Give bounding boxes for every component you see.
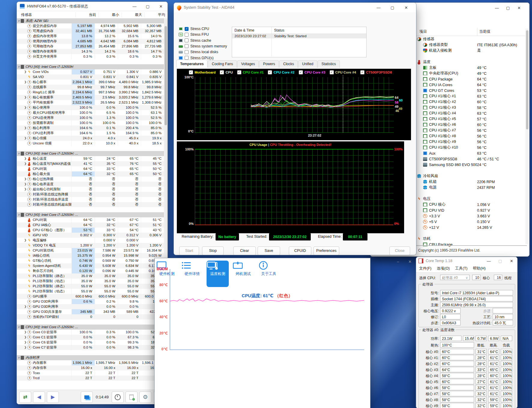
tab-unified[interactable]: Unified bbox=[298, 60, 317, 68]
sensor-row[interactable]: ❯Core C6 驻留率0.0 %0.0 %99.3 %18.3 % bbox=[17, 340, 164, 345]
expander-icon[interactable]: ❯ bbox=[23, 187, 27, 192]
tab-temperatures[interactable]: Temperatures bbox=[176, 60, 207, 67]
background-window-close-icon[interactable]: ✕ bbox=[408, 259, 412, 264]
sensor-row[interactable]: 使用的物理内存4,685 MB4,642 MB6,084 MB4,812 MB bbox=[17, 39, 164, 44]
expander-icon[interactable]: ❯ bbox=[23, 156, 27, 161]
stop-button[interactable]: Stop bbox=[202, 246, 224, 255]
column-header-status[interactable]: Status bbox=[272, 27, 366, 34]
legend-item[interactable]: ✓CPU Core #3 bbox=[299, 70, 325, 74]
remote-monitor-button[interactable] bbox=[81, 391, 93, 403]
sensor-row[interactable]: ❯Core C1 驻留率0.0 %0.0 %67.3 %6.7 % bbox=[17, 335, 164, 340]
sensor-row[interactable]: ❯Core C0 驻留率100.0 %0.3 %100.0 %52.8 % bbox=[17, 330, 164, 335]
checkbox[interactable] bbox=[185, 56, 189, 60]
status-row-empty[interactable] bbox=[232, 43, 366, 47]
expander-icon[interactable]: ∨ bbox=[17, 325, 21, 330]
maximize-button[interactable]: ▢ bbox=[141, 2, 154, 11]
status-row-empty[interactable] bbox=[232, 52, 366, 56]
column-header-max[interactable]: 最大 bbox=[122, 12, 145, 17]
sensor-row[interactable]: ϟiGPU VID0.302 V0.300 V0.312 V0.306 V bbox=[17, 233, 164, 238]
column-header-datetime[interactable]: Date & Time bbox=[232, 27, 272, 34]
stress-option-stress-cpu[interactable]: Stress CPU bbox=[179, 26, 209, 32]
sensor-row[interactable]: GPU频率600.0 MHz600.0 MHz600.0 MHz600.0 MH… bbox=[17, 294, 164, 299]
start-button[interactable]: Start bbox=[179, 246, 199, 255]
report-button[interactable]: + bbox=[125, 391, 138, 403]
sensor-row[interactable]: ❯核心温度59 °C24 °C65 °C45 °C bbox=[17, 156, 164, 161]
column-header-current[interactable]: 当前 bbox=[75, 12, 98, 17]
sensor-row[interactable]: 封装/环形总线过热降频否否否否 bbox=[17, 192, 164, 197]
sensor-row[interactable]: GPU D3D利用率0.6 %0.2 %9.8 %1.5 % bbox=[17, 299, 164, 304]
menu-工具(T)[interactable]: 工具(T) bbox=[455, 266, 467, 271]
sensor-row[interactable]: ❯ϟ电压偏移0.000 V0.000 V bbox=[17, 238, 164, 243]
expander-icon[interactable]: ❯ bbox=[23, 345, 27, 350]
close-button[interactable]: ✕ bbox=[512, 3, 526, 13]
close-button[interactable]: ✕ bbox=[154, 2, 168, 11]
stress-option-stress-local-disks[interactable]: Stress local disks bbox=[179, 49, 218, 55]
minimize-button[interactable]: — bbox=[128, 2, 141, 11]
sensor-row[interactable]: Ring/LLC 频率2,194.6 MHz997.3 MHz3,990.2 M… bbox=[17, 90, 164, 95]
legend-item[interactable]: ✓CPU Core #1 bbox=[237, 70, 264, 74]
clear-button[interactable]: Clear bbox=[233, 246, 256, 255]
sensor-row[interactable]: 可用虚拟内存32,461 MB31,756 MB32,684 MB32,357 … bbox=[17, 29, 164, 34]
sensor-row[interactable]: CPU总使用率100.0 %1.3 %100.0 %52.5 % bbox=[17, 115, 164, 120]
status-row-empty[interactable] bbox=[232, 38, 366, 43]
sensor-row[interactable]: ❯超出核心功耗限制否否否否 bbox=[17, 187, 164, 192]
legend-checkbox[interactable]: ✓ bbox=[220, 70, 224, 74]
scrollbar-thumb[interactable] bbox=[526, 30, 528, 129]
tab-cooling-fans[interactable]: Cooling Fans bbox=[208, 60, 237, 68]
column-header-item[interactable]: 项目 bbox=[419, 29, 427, 34]
sensor-row[interactable]: 按需频率调制100.0 %100.0 %100.0 %100.0 % bbox=[17, 120, 164, 125]
expander-icon[interactable]: ❯ bbox=[23, 125, 27, 131]
sensor-row[interactable]: ϟSA VID0.831 V0.831 V0.841 V0.835 V bbox=[17, 74, 164, 80]
back-button[interactable]: ◀ bbox=[33, 391, 45, 403]
settings-button[interactable]: ⚙ bbox=[139, 391, 151, 403]
expander-icon[interactable]: ❯ bbox=[23, 80, 27, 85]
sensor-row[interactable]: 可用物理内存27,853 MB26,454 MB27,896 MB27,726 … bbox=[17, 44, 164, 49]
sensor-row[interactable]: 最大CPU/线程使用率100.0 %6.5 %100.0 %63.1 % bbox=[17, 110, 164, 115]
sensor-row[interactable]: ❯核心使用率100.0 %0.0 %100.0 %52.5 % bbox=[17, 105, 164, 110]
sensor-row[interactable]: ❯Core C7 驻留率0.0 %0.0 %98.3 %32.2 % bbox=[17, 345, 164, 350]
sensor-row[interactable]: CPU GT核心（图形）53 °C33 °C54 °C43 °C bbox=[17, 228, 164, 233]
minimize-button[interactable]: — bbox=[372, 3, 385, 12]
expander-icon[interactable]: ❯ bbox=[23, 182, 27, 187]
legend-checkbox[interactable]: ✓ bbox=[360, 70, 364, 74]
tab-clocks[interactable]: Clocks bbox=[279, 60, 298, 68]
sensor-section-row[interactable]: ∨CPU [#0]: Intel Core i7-12650H: ... bbox=[17, 151, 164, 156]
close-button[interactable]: Close bbox=[389, 246, 410, 255]
checkbox[interactable] bbox=[185, 33, 189, 37]
close-button[interactable]: ✕ bbox=[506, 257, 517, 265]
legend-checkbox[interactable]: ✓ bbox=[237, 70, 241, 74]
maximize-button[interactable]: ▢ bbox=[494, 257, 506, 265]
sensor-row[interactable]: 分页文件使用率0.3 %0.3 %0.3 %0.3 % bbox=[17, 54, 164, 59]
sensor-row[interactable]: ❯核心频率2,394.1 MHz399.0 MHz4,489.0 MHz1,98… bbox=[17, 80, 164, 85]
sensor-row[interactable]: ❯GPU D3D利用率0.0 %0.0 % bbox=[17, 304, 164, 309]
sensor-row[interactable]: 封装/环形总线功耗超出限制否否否否 bbox=[17, 202, 164, 207]
sensor-row[interactable]: ϟSystem Agent功耗6.430 W5.608 W6.834 W6.17… bbox=[17, 263, 164, 268]
sensor-section-row[interactable]: ∨内存时序 bbox=[17, 355, 164, 360]
minimize-button[interactable]: — bbox=[483, 257, 494, 265]
expander-icon[interactable]: ❯ bbox=[23, 238, 27, 243]
menu-帮助(H)[interactable]: 帮助(H) bbox=[473, 266, 485, 271]
status-row[interactable]: 2023/12/30 23:27:02Stability Test: Start… bbox=[232, 34, 366, 38]
expander-icon[interactable]: ❯ bbox=[23, 95, 27, 100]
tab-voltages[interactable]: Voltages bbox=[237, 60, 259, 68]
legend-checkbox[interactable]: ✓ bbox=[189, 70, 193, 74]
sensor-row[interactable]: ϟPL1功率限制（动态）35.0 W35.0 W35.0 W35.0 W bbox=[17, 279, 164, 284]
column-header-sensor[interactable]: 传感器 bbox=[17, 12, 75, 17]
column-header-value[interactable]: 当前值 bbox=[479, 29, 491, 34]
sensor-row[interactable]: 虚拟内存使用率13.8 %13.2 %15.6 %14.0 % bbox=[17, 34, 164, 39]
forward-button[interactable]: ▶ bbox=[47, 391, 59, 403]
sensor-row[interactable]: 核心最大值64 °C32 °C65 °C50 °C bbox=[17, 171, 164, 177]
menu-选项(O)[interactable]: 选项(O) bbox=[437, 266, 450, 271]
panel-scrollbar[interactable] bbox=[525, 29, 529, 244]
sensor-row[interactable]: ϟPL2功率限制（动态）55.0 W55.0 W55.0 W55.0 W bbox=[17, 289, 164, 294]
expander-icon[interactable]: ∨ bbox=[17, 212, 21, 217]
sensor-row[interactable]: 内存频率1,596.1 MHz1,595.7 MHz1,596.5 MHz1,5… bbox=[17, 360, 164, 365]
sensor-row[interactable]: ❯核心倍频24.0 x4.0 x45.0 x19.9 x bbox=[17, 136, 164, 141]
expander-icon[interactable]: ∨ bbox=[17, 64, 21, 69]
close-button[interactable]: ✕ bbox=[400, 3, 413, 12]
clock-button[interactable] bbox=[112, 391, 124, 403]
sensor-row[interactable]: 物理内存使用率14.3 %14.2 %18.6 %14.7 % bbox=[17, 49, 164, 54]
expander-icon[interactable]: ❯ bbox=[23, 304, 27, 309]
legend-item[interactable]: ✓Motherboard bbox=[189, 70, 216, 74]
sensor-row[interactable]: ❯核心临界温度否否否否 bbox=[17, 182, 164, 187]
